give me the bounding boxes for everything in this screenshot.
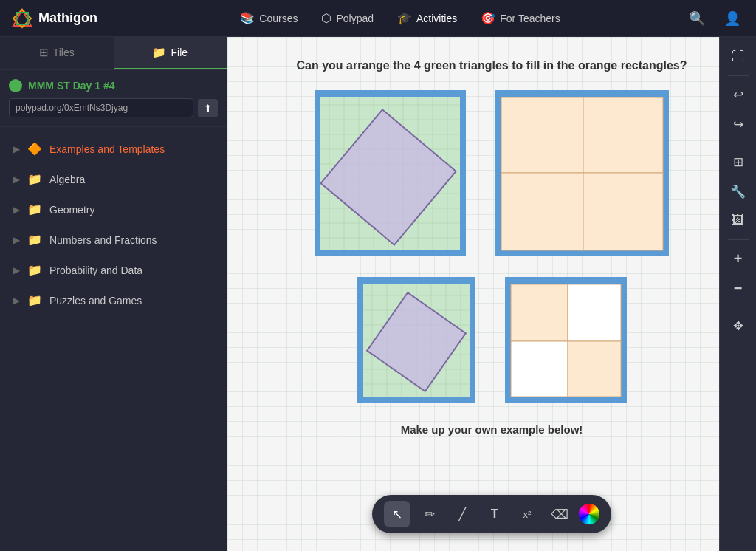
- tool-formula[interactable]: x²: [514, 501, 540, 527]
- top-navigation: Mathigon 📚 Courses ⬡ Polypad 🎓 Activitie…: [0, 0, 756, 37]
- svg-rect-31: [663, 90, 669, 256]
- svg-rect-64: [511, 341, 568, 397]
- file-url-input[interactable]: [9, 98, 193, 117]
- canvas-row-2: [257, 277, 726, 405]
- svg-rect-33: [501, 97, 583, 173]
- shape-2-svg: [495, 90, 669, 256]
- tool-image[interactable]: 🖼: [724, 207, 752, 235]
- tool-settings[interactable]: 🔧: [724, 177, 752, 205]
- tool-move[interactable]: ✥: [724, 312, 752, 340]
- chevron-right-icon: ▶: [13, 265, 20, 276]
- for-teachers-icon: 🎯: [481, 11, 495, 25]
- shape-2[interactable]: [495, 90, 669, 259]
- file-section: MMM ST Day 1 #4 ⬆: [0, 70, 227, 127]
- divider: [728, 75, 749, 76]
- shape-1-svg: [315, 90, 466, 256]
- shape-3[interactable]: [357, 277, 475, 405]
- folder-icon: 📁: [27, 202, 42, 216]
- folder-icon: 📁: [27, 233, 42, 247]
- divider: [728, 239, 749, 240]
- canvas-question: Can you arrange the 4 green triangles to…: [257, 59, 726, 72]
- svg-rect-61: [505, 397, 627, 403]
- file-url-row: ⬆: [9, 98, 218, 117]
- svg-rect-30: [495, 90, 501, 256]
- divider: [728, 143, 749, 143]
- svg-rect-7: [315, 250, 466, 256]
- svg-rect-60: [621, 277, 627, 403]
- svg-rect-6: [460, 90, 466, 256]
- svg-rect-41: [357, 397, 475, 403]
- tool-zoom-in[interactable]: +: [724, 244, 752, 273]
- sidebar-nav: ▶ 🔶 Examples and Templates ▶ 📁 Algebra ▶…: [0, 127, 227, 551]
- file-tab-icon: 📁: [152, 46, 166, 59]
- tool-text[interactable]: T: [481, 501, 508, 527]
- tool-select[interactable]: ↖: [384, 501, 410, 527]
- main-content: ⊞ Tiles 📁 File MMM ST Day 1 #4 ⬆ ▶ 🔶: [0, 37, 756, 551]
- nav-courses[interactable]: 📚 Courses: [230, 7, 308, 30]
- svg-rect-35: [501, 173, 583, 250]
- shape-1[interactable]: [315, 90, 466, 259]
- examples-icon: 🔶: [27, 142, 42, 156]
- chevron-right-icon: ▶: [13, 235, 20, 245]
- svg-rect-36: [583, 173, 663, 250]
- svg-rect-39: [357, 277, 363, 403]
- svg-rect-65: [568, 341, 621, 397]
- folder-icon: 📁: [27, 263, 42, 277]
- tool-line[interactable]: ╱: [449, 501, 475, 527]
- svg-rect-5: [315, 90, 320, 256]
- svg-rect-32: [495, 250, 669, 256]
- sidebar-item-puzzles[interactable]: ▶ 📁 Puzzles and Games: [3, 286, 224, 315]
- svg-rect-40: [470, 277, 475, 403]
- chevron-right-icon: ▶: [13, 205, 20, 215]
- svg-rect-38: [357, 277, 475, 284]
- courses-icon: 📚: [240, 11, 255, 25]
- share-button[interactable]: ⬆: [198, 99, 218, 117]
- nav-polypad[interactable]: ⬡ Polypad: [311, 7, 384, 30]
- canvas-make-text: Make up your own example below!: [257, 423, 726, 436]
- tool-zoom-out[interactable]: −: [724, 274, 752, 302]
- folder-icon: 📁: [27, 293, 42, 307]
- nav-activities[interactable]: 🎓 Activities: [387, 7, 467, 30]
- nav-for-teachers[interactable]: 🎯 For Teachers: [470, 7, 570, 30]
- profile-button[interactable]: 👤: [721, 7, 744, 30]
- shape-4[interactable]: [505, 277, 627, 405]
- tool-grid[interactable]: ⊞: [724, 148, 752, 176]
- search-button[interactable]: 🔍: [685, 7, 709, 30]
- sidebar-item-probability[interactable]: ▶ 📁 Probability and Data: [3, 256, 224, 284]
- logo[interactable]: Mathigon: [12, 8, 97, 29]
- right-tools: ⛶ ↩ ↪ ⊞ 🔧 🖼 + − ✥: [719, 37, 756, 551]
- sidebar-item-numbers[interactable]: ▶ 📁 Numbers and Fractions: [3, 225, 224, 254]
- tab-tiles[interactable]: ⊞ Tiles: [0, 37, 114, 69]
- tool-fullscreen[interactable]: ⛶: [724, 43, 752, 71]
- shape-4-svg: [505, 277, 627, 403]
- svg-rect-29: [495, 90, 669, 97]
- canvas-area[interactable]: Can you arrange the 4 green triangles to…: [227, 37, 756, 551]
- tool-undo[interactable]: ↩: [724, 81, 752, 109]
- brand-name: Mathigon: [38, 10, 97, 26]
- bottom-toolbar: ↖ ✏ ╱ T x² ⌫: [372, 495, 611, 533]
- chevron-right-icon: ▶: [13, 144, 20, 154]
- tool-pen[interactable]: ✏: [416, 501, 443, 527]
- divider: [728, 307, 749, 307]
- activities-icon: 🎓: [397, 11, 412, 25]
- tab-file[interactable]: 📁 File: [114, 37, 227, 69]
- svg-rect-4: [315, 90, 466, 97]
- sidebar-item-geometry[interactable]: ▶ 📁 Geometry: [3, 195, 224, 224]
- svg-rect-59: [505, 277, 511, 403]
- sidebar-item-algebra[interactable]: ▶ 📁 Algebra: [3, 165, 224, 194]
- file-status-dot: [9, 79, 22, 92]
- tiles-tab-icon: ⊞: [39, 46, 49, 59]
- color-picker[interactable]: [579, 504, 599, 524]
- sidebar-item-examples[interactable]: ▶ 🔶 Examples and Templates: [3, 134, 224, 163]
- tool-redo[interactable]: ↪: [724, 110, 752, 138]
- chevron-right-icon: ▶: [13, 174, 20, 185]
- tool-eraser[interactable]: ⌫: [546, 501, 573, 527]
- file-title: MMM ST Day 1 #4: [9, 79, 218, 92]
- shape-3-svg: [357, 277, 475, 403]
- canvas-content: Can you arrange the 4 green triangles to…: [227, 37, 756, 458]
- folder-icon: 📁: [27, 172, 42, 186]
- nav-right: 🔍 👤: [685, 7, 744, 30]
- sidebar: ⊞ Tiles 📁 File MMM ST Day 1 #4 ⬆ ▶ 🔶: [0, 37, 227, 551]
- mathigon-logo-icon: [12, 8, 32, 29]
- svg-rect-63: [568, 284, 621, 341]
